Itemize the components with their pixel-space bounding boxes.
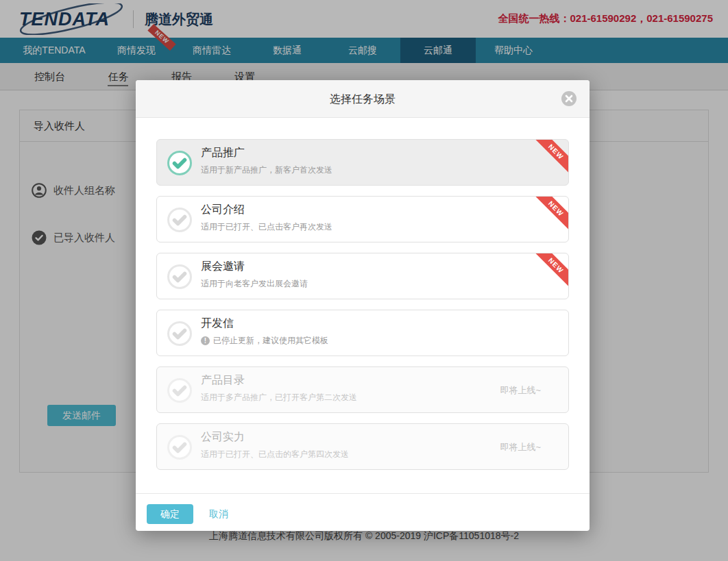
option-title: 公司介绍 xyxy=(201,203,245,217)
new-ribbon: NEW xyxy=(531,139,569,177)
option-product-catalog: 产品目录 适用于多产品推广，已打开客户第二次发送 即将上线~ xyxy=(156,366,569,413)
option-title: 展会邀请 xyxy=(201,260,245,274)
option-desc-text: 已停止更新，建议使用其它模板 xyxy=(213,335,328,347)
new-ribbon-label: NEW xyxy=(531,196,569,233)
option-title: 产品推广 xyxy=(201,146,245,160)
option-product-promotion[interactable]: 产品推广 适用于新产品推广，新客户首次发送 NEW xyxy=(156,139,569,186)
option-development-letter[interactable]: 开发信 ! 已停止更新，建议使用其它模板 xyxy=(156,310,569,356)
page: TENDATA 腾道外贸通 全国统一热线：021-61590292，021-61… xyxy=(0,0,728,561)
option-title: 产品目录 xyxy=(201,373,245,388)
new-ribbon-label: NEW xyxy=(531,139,569,176)
new-ribbon: NEW xyxy=(531,253,569,291)
task-scenario-modal: 选择任务场景 产品推广 适用于新产品推广，新客户首次发送 NEW xyxy=(136,80,590,531)
option-title: 公司实力 xyxy=(201,430,245,445)
new-ribbon-label: NEW xyxy=(531,253,569,290)
close-icon[interactable] xyxy=(561,90,577,107)
cancel-button[interactable]: 取消 xyxy=(209,508,228,521)
option-desc: 适用于已打开、已点击客户再次发送 xyxy=(201,221,332,233)
check-circle-icon xyxy=(167,264,193,290)
option-company-introduction[interactable]: 公司介绍 适用于已打开、已点击客户再次发送 NEW xyxy=(156,196,569,242)
check-circle-icon xyxy=(167,377,193,403)
option-desc: ! 已停止更新，建议使用其它模板 xyxy=(201,335,328,347)
check-circle-icon xyxy=(167,434,193,460)
check-circle-icon xyxy=(167,321,193,347)
new-ribbon: NEW xyxy=(531,196,569,234)
option-desc: 适用于已打开、已点击的客户第四次发送 xyxy=(201,449,349,460)
check-circle-icon xyxy=(167,150,193,176)
modal-title: 选择任务场景 xyxy=(330,93,396,105)
confirm-button[interactable]: 确定 xyxy=(147,504,193,524)
modal-footer: 确定 取消 xyxy=(136,493,590,531)
coming-soon-tag: 即将上线~ xyxy=(500,384,541,397)
option-company-strength: 公司实力 适用于已打开、已点击的客户第四次发送 即将上线~ xyxy=(156,423,569,470)
option-exhibition-invitation[interactable]: 展会邀请 适用于向老客户发出展会邀请 NEW xyxy=(156,253,569,299)
option-title: 开发信 xyxy=(201,316,234,331)
option-desc: 适用于多产品推广，已打开客户第二次发送 xyxy=(201,392,357,403)
modal-header: 选择任务场景 xyxy=(136,80,590,118)
scenario-options: 产品推广 适用于新产品推广，新客户首次发送 NEW 公司介绍 适用于已打开、已点… xyxy=(156,139,569,480)
check-circle-icon xyxy=(167,207,193,233)
option-desc: 适用于新产品推广，新客户首次发送 xyxy=(201,164,332,176)
info-icon: ! xyxy=(201,336,210,345)
coming-soon-tag: 即将上线~ xyxy=(500,441,541,453)
option-desc: 适用于向老客户发出展会邀请 xyxy=(201,278,308,290)
